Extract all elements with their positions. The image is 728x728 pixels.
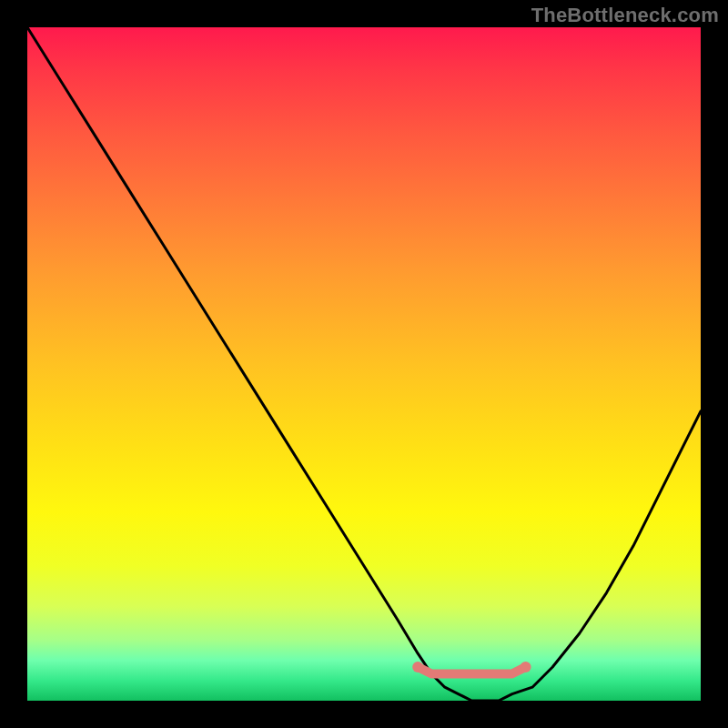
optimal-segment-path bbox=[412, 662, 531, 673]
bottleneck-curve-path bbox=[27, 27, 701, 701]
watermark-text: TheBottleneck.com bbox=[531, 4, 719, 27]
plot-area bbox=[27, 27, 701, 701]
chart-frame: TheBottleneck.com bbox=[0, 0, 728, 728]
curve-svg bbox=[27, 27, 701, 701]
svg-point-1 bbox=[521, 662, 531, 672]
svg-point-0 bbox=[412, 662, 423, 672]
